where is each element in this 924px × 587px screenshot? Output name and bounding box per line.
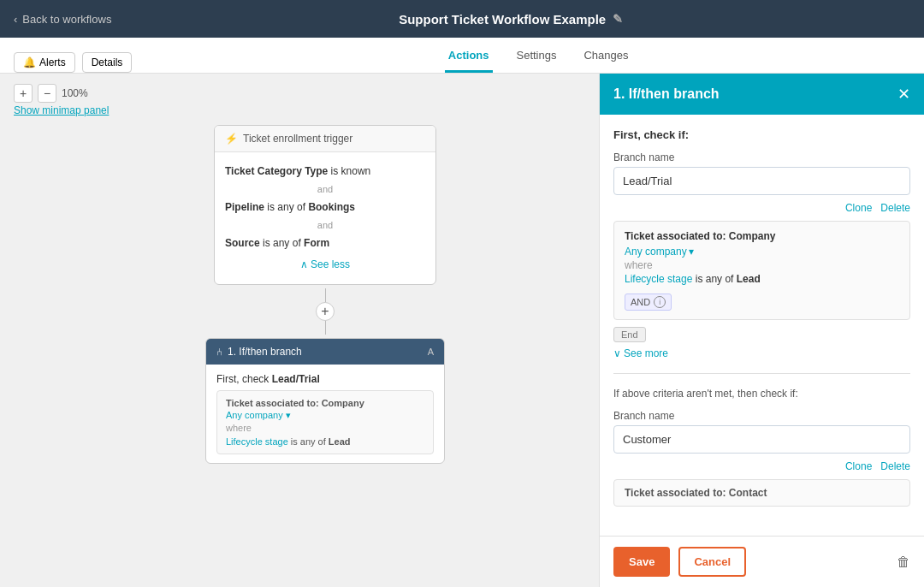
ticket-assoc-card: Ticket associated to: Company Any compan… (216, 390, 434, 454)
zoom-in-button[interactable]: + (14, 84, 33, 103)
chevron-down-icon: ∨ (613, 347, 621, 359)
branch-title: 1. If/then branch (228, 346, 302, 358)
trigger-title: Ticket enrollment trigger (243, 133, 352, 145)
branch1-name-input[interactable] (613, 167, 910, 195)
cond-where: where (625, 259, 899, 271)
lifecycle-stage-link[interactable]: Lifecycle stage (625, 273, 692, 285)
close-panel-button[interactable]: ✕ (897, 86, 910, 102)
save-button[interactable]: Save (613, 547, 670, 577)
cond-title: Ticket associated to: Company (625, 230, 899, 242)
first-check-label: First, check if: (613, 128, 910, 141)
any-company-link[interactable]: Any company ▾ (226, 410, 424, 421)
branch2-actions-row: Clone Delete (613, 460, 910, 472)
details-label: Details (92, 56, 123, 68)
condition-pipeline: Pipeline is any of Bookings (225, 197, 425, 217)
second-check-label: If above criteria aren't met, then check… (613, 388, 910, 400)
tab-changes[interactable]: Changes (580, 40, 631, 73)
lifecycle-condition: Lifecycle stage is any of Lead (226, 436, 424, 447)
back-label: Back to workflows (22, 13, 111, 26)
minimap-link[interactable]: Show minimap panel (14, 104, 109, 116)
delete-branch-button[interactable]: 🗑 (897, 554, 910, 570)
panel-title: 1. If/then branch (613, 86, 720, 102)
info-icon[interactable]: i (654, 296, 666, 308)
branch1-clone-link[interactable]: Clone (845, 202, 872, 214)
panel-footer: Save Cancel 🗑 (600, 536, 924, 587)
tab-bar-left: 🔔 Alerts Details (14, 52, 132, 73)
connector-line-2 (325, 321, 326, 335)
trigger-header: ⚡ Ticket enrollment trigger (215, 126, 435, 152)
and-separator-1: and (225, 181, 425, 197)
branch2-delete-link[interactable]: Delete (880, 460, 910, 472)
details-button[interactable]: Details (82, 52, 133, 73)
canvas: + − 100% Show minimap panel ⚡ Ticket enr… (0, 74, 599, 587)
any-company-text: Any company (625, 246, 687, 258)
branch-body: First, check Lead/Trial Ticket associate… (206, 365, 444, 463)
tab-bar-center: Actions Settings Changes (166, 38, 910, 73)
dropdown-arrow: ▾ (689, 246, 694, 258)
branch-header-extra: A (428, 347, 434, 357)
branch2-name-input[interactable] (613, 425, 910, 454)
zoom-out-button[interactable]: − (38, 84, 56, 103)
see-less-label: See less (311, 258, 350, 270)
top-nav: ‹ Back to workflows Support Ticket Workf… (0, 0, 924, 38)
end-badge: End (613, 327, 646, 342)
lifecycle-link[interactable]: Lifecycle stage (226, 436, 288, 447)
back-link[interactable]: ‹ Back to workflows (14, 13, 111, 26)
branch1-delete-link[interactable]: Delete (880, 202, 910, 214)
tab-bar: 🔔 Alerts Details Actions Settings Change… (0, 38, 924, 74)
is-any-of: is any of (696, 273, 737, 285)
branch-1-section: Branch name Clone Delete Ticket associat… (613, 151, 910, 359)
assoc-title: Ticket associated to: Company (226, 398, 424, 408)
chevron-left-icon: ‹ (14, 13, 17, 26)
branch2-field-label: Branch name (613, 410, 910, 422)
right-panel: 1. If/then branch ✕ First, check if: Bra… (599, 74, 924, 587)
trigger-node: ⚡ Ticket enrollment trigger Ticket Categ… (214, 125, 436, 285)
ticket-assoc-preview-title: Ticket associated to: Contact (625, 487, 899, 499)
and-text: AND (631, 297, 650, 307)
add-step-button[interactable]: + (316, 302, 335, 321)
section-divider (613, 373, 910, 374)
see-less-link[interactable]: ∧ See less (225, 253, 425, 276)
connector-group: + (51, 288, 599, 335)
condition-ticket-type: Ticket Category Type is known (225, 161, 425, 181)
branch-node: ⑃ 1. If/then branch A First, check Lead/… (205, 338, 445, 464)
panel-body: First, check if: Branch name Clone Delet… (600, 115, 924, 536)
trigger-body: Ticket Category Type is known and Pipeli… (215, 152, 435, 284)
main-area: + − 100% Show minimap panel ⚡ Ticket enr… (0, 74, 924, 587)
branch-2-section: Branch name Clone Delete Ticket associat… (613, 410, 910, 507)
branch-icon: ⑃ (216, 346, 222, 358)
alerts-label: Alerts (39, 56, 66, 68)
and-badge[interactable]: AND i (625, 294, 672, 311)
tab-settings[interactable]: Settings (513, 40, 560, 73)
tab-actions[interactable]: Actions (445, 40, 493, 73)
any-company-dropdown[interactable]: Any company ▾ (625, 246, 899, 258)
check-label: First, check Lead/Trial (216, 373, 434, 385)
bell-icon: 🔔 (23, 56, 36, 68)
check-value: Lead/Trial (272, 373, 320, 385)
alerts-button[interactable]: 🔔 Alerts (14, 52, 75, 73)
nav-title: Support Ticket Workflow Example ✎ (111, 12, 910, 27)
cond-lifecycle: Lifecycle stage is any of Lead (625, 273, 899, 285)
and-separator-2: and (225, 217, 425, 233)
condition-source: Source is any of Form (225, 233, 425, 253)
branch2-ticket-assoc-preview: Ticket associated to: Contact (613, 479, 910, 507)
and-badge-row: AND i (625, 290, 899, 311)
end-badge-row: End (613, 327, 910, 342)
zoom-label: 100% (62, 87, 88, 99)
branch1-condition-card: Ticket associated to: Company Any compan… (613, 221, 910, 320)
edit-icon[interactable]: ✎ (613, 12, 623, 26)
branch1-actions-row: Clone Delete (613, 202, 910, 214)
cancel-button[interactable]: Cancel (678, 547, 746, 577)
branch2-clone-link[interactable]: Clone (845, 460, 872, 472)
branch-header: ⑃ 1. If/then branch A (206, 339, 444, 365)
trigger-icon: ⚡ (225, 133, 238, 145)
branch1-field-label: Branch name (613, 151, 910, 163)
see-more-link[interactable]: ∨ See more (613, 347, 910, 359)
workflow-title: Support Ticket Workflow Example (399, 12, 606, 27)
where-label: where (226, 423, 424, 433)
see-more-label: See more (624, 347, 668, 359)
panel-header: 1. If/then branch ✕ (600, 74, 924, 115)
canvas-controls: + − 100% (14, 84, 88, 103)
footer-left: Save Cancel (613, 547, 746, 577)
workflow-area: ⚡ Ticket enrollment trigger Ticket Categ… (51, 125, 599, 464)
